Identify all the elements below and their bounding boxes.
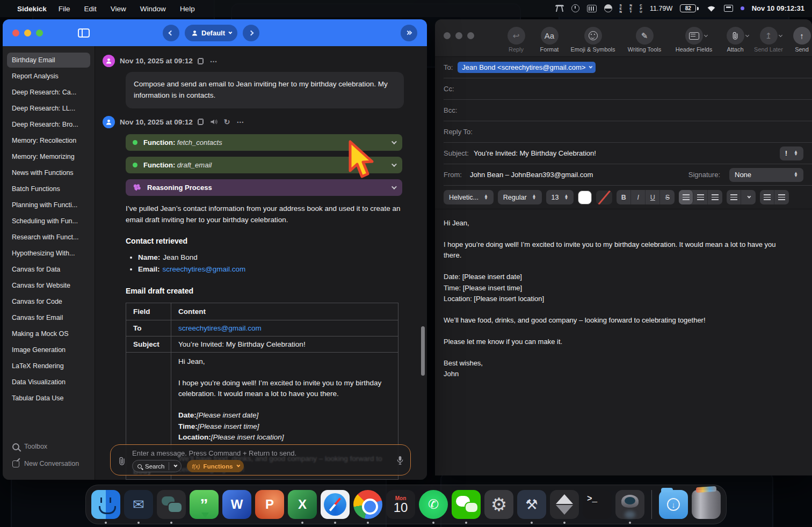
bcc-field[interactable]: Bcc:: [444, 100, 812, 121]
dock-finder-icon[interactable]: [91, 490, 120, 519]
sidebar-conversation-item[interactable]: LaTeX Rendering: [7, 358, 90, 374]
sidebar-conversation-item[interactable]: Planning with Functi...: [7, 197, 90, 213]
menu-item[interactable]: Edit: [84, 5, 97, 13]
to-email-link[interactable]: screechytires@gmail.com: [178, 324, 262, 332]
minimize-button[interactable]: [24, 30, 31, 36]
dock-settings-icon[interactable]: ⚙: [484, 490, 513, 519]
toolbox-button[interactable]: Toolbox: [3, 438, 95, 455]
close-button[interactable]: [12, 30, 19, 36]
sidebar-conversation-item[interactable]: Report Analysis: [7, 69, 90, 84]
header-fields-button[interactable]: Header Fields: [670, 27, 717, 53]
minimize-button[interactable]: [455, 32, 462, 39]
sidebar-conversation-item[interactable]: Canvas for Website: [7, 278, 90, 293]
font-size-selector[interactable]: 13▲▼: [546, 190, 574, 204]
sidebar-conversation-item[interactable]: Making a Mock OS: [7, 326, 90, 341]
reasoning-process-row[interactable]: Reasoning Process: [126, 179, 402, 196]
battery-indicator[interactable]: 82: [680, 4, 699, 12]
cc-field[interactable]: Cc:: [444, 78, 812, 100]
dock-xcode-icon[interactable]: ⚒: [517, 490, 546, 519]
more-options-icon[interactable]: ⋯: [237, 118, 244, 126]
sidebar-conversation-item[interactable]: Image Generation: [7, 342, 90, 357]
chat-scrollbar[interactable]: [421, 326, 425, 376]
message-input[interactable]: Enter a message. Press Command + Return …: [110, 444, 411, 475]
dock-whatsapp-icon[interactable]: ✆: [419, 490, 448, 519]
sidebar-conversation-item[interactable]: Canvas for Data: [7, 262, 90, 277]
screen-mirroring-icon[interactable]: [724, 5, 733, 12]
app-menu-title[interactable]: Sidekick: [17, 5, 47, 13]
more-options-icon[interactable]: ⋯: [210, 57, 218, 65]
sidebar-conversation-item[interactable]: Birthday Email: [7, 53, 90, 68]
dock-messages-icon[interactable]: [157, 490, 186, 519]
new-conversation-button[interactable]: New Conversation: [3, 455, 95, 472]
function-call-row[interactable]: Function: fetch_contacts: [126, 134, 402, 151]
speaker-icon[interactable]: [210, 119, 218, 125]
indent-decrease-button[interactable]: [774, 190, 789, 204]
search-toggle[interactable]: Search: [132, 460, 182, 472]
power-draw[interactable]: 11.79W: [650, 5, 672, 12]
profile-selector[interactable]: Default: [185, 25, 237, 41]
function-call-row[interactable]: Function: draft_email: [126, 157, 402, 173]
sidebar-toggle-icon[interactable]: [78, 28, 90, 38]
sidebar-conversation-item[interactable]: Tabular Data Use: [7, 391, 90, 406]
cpu-stat[interactable]: CPU: [640, 4, 642, 14]
send-button[interactable]: ↑ Send: [786, 27, 812, 53]
sidekick-titlebar[interactable]: Default: [3, 19, 427, 46]
copy-icon[interactable]: [198, 119, 204, 125]
dock-calendar-icon[interactable]: Mon 10: [386, 490, 415, 519]
mail-body-editor[interactable]: Hi Jean,I hope you’re doing well! I’m ex…: [435, 209, 812, 379]
attach-button[interactable]: Attach: [720, 27, 751, 53]
dock-powerpoint-icon[interactable]: P: [255, 490, 284, 519]
status-app-icon[interactable]: [555, 5, 564, 12]
zoom-button[interactable]: [467, 32, 474, 39]
writing-tools-button[interactable]: ✎ Writing Tools: [621, 27, 668, 53]
font-family-selector[interactable]: Helvetic...▲▼: [444, 190, 494, 204]
mic-icon[interactable]: [397, 456, 403, 465]
dock-mail-icon[interactable]: ✉: [124, 490, 153, 519]
close-button[interactable]: [444, 32, 451, 39]
text-color-well[interactable]: [578, 191, 592, 204]
functions-toggle[interactable]: f(x) Functions: [187, 460, 243, 472]
sidebar-conversation-item[interactable]: Deep Research: Bro...: [7, 117, 90, 132]
sidebar-conversation-item[interactable]: Memory: Recollection: [7, 133, 90, 148]
from-field[interactable]: From: John Bean – JohnBean393@gmail.com …: [444, 164, 812, 186]
sidebar-conversation-item[interactable]: Memory: Memorizing: [7, 149, 90, 164]
back-button[interactable]: [163, 25, 179, 41]
dock-chrome-icon[interactable]: [353, 490, 382, 519]
time-machine-icon[interactable]: [571, 4, 579, 12]
menu-item[interactable]: Window: [140, 5, 166, 13]
highlight-pen-button[interactable]: [596, 191, 612, 204]
dock-wechat-icon[interactable]: [452, 490, 481, 519]
sidebar-conversation-item[interactable]: Hypothesizing With...: [7, 246, 90, 261]
dock-downloads-icon[interactable]: ↓: [659, 490, 688, 519]
dock-safari-icon[interactable]: [321, 490, 350, 519]
list-style-selector[interactable]: [727, 190, 756, 204]
underline-button[interactable]: U: [646, 190, 660, 204]
font-weight-selector[interactable]: Regular▲▼: [498, 190, 542, 204]
sidebar-conversation-item[interactable]: Batch Functions: [7, 181, 90, 196]
sidebar-conversation-item[interactable]: Deep Research: Ca...: [7, 85, 90, 100]
keyboard-icon[interactable]: [587, 5, 597, 12]
sidebar-conversation-item[interactable]: Research with Funct...: [7, 230, 90, 245]
dock-terminal-icon[interactable]: >_: [583, 490, 612, 519]
dock-excel-icon[interactable]: X: [288, 490, 317, 519]
menu-clock[interactable]: Nov 10 09:12:31: [752, 4, 804, 12]
attach-icon[interactable]: [118, 457, 126, 465]
dock-hangouts-icon[interactable]: ”: [190, 490, 219, 519]
recipient-token[interactable]: Jean Bond <screechytires@gmail.com>: [458, 62, 596, 73]
to-field[interactable]: To: Jean Bond <screechytires@gmail.com>: [444, 57, 812, 78]
sidebar-conversation-item[interactable]: Canvas for Email: [7, 310, 90, 325]
subject-value[interactable]: You’re Invited: My Birthday Celebration!: [474, 149, 596, 157]
network-stat[interactable]: NET: [629, 4, 632, 14]
align-right-button[interactable]: [708, 190, 722, 204]
align-center-button[interactable]: [693, 190, 708, 204]
reply-to-field[interactable]: Reply To:: [444, 121, 812, 143]
dock-trash-icon[interactable]: [692, 490, 721, 519]
menu-item[interactable]: Help: [180, 5, 195, 13]
align-left-button[interactable]: [679, 190, 693, 204]
subject-field[interactable]: Subject: You’re Invited: My Birthday Cel…: [444, 143, 812, 164]
bold-button[interactable]: B: [617, 190, 631, 204]
menu-item[interactable]: File: [59, 5, 70, 13]
sidebar-conversation-item[interactable]: Data Visualization: [7, 375, 90, 390]
priority-selector[interactable]: ! ▲▼: [780, 147, 803, 160]
dock-word-icon[interactable]: W: [222, 490, 251, 519]
